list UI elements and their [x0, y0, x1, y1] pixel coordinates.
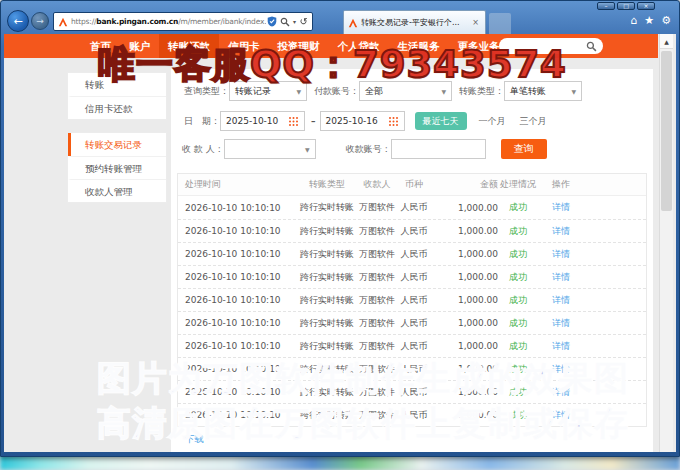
cell-detail-link[interactable]: 详情: [538, 340, 584, 353]
sidebar-item-credit-repay[interactable]: 信用卡还款: [68, 96, 166, 119]
table-header-row: 处理时间 转账类型 收款人 币种 金额 处理情况 操作: [178, 174, 646, 196]
filter-row-3: 收 款 人： ▼ 收款账号： 查询: [177, 139, 647, 159]
cell-status: 成功: [498, 271, 538, 284]
cell-status: 成功: [498, 340, 538, 353]
table-row[interactable]: 2026-10-10 10:10:10 跨行实时转账 万图软件 人民币 1,00…: [178, 288, 646, 311]
site-search-icon[interactable]: [586, 41, 597, 52]
favorites-star-icon[interactable]: ★: [644, 13, 654, 29]
date-to-input[interactable]: 2025-10-16: [320, 111, 405, 131]
range-last-7-days-button[interactable]: 最近七天: [415, 112, 467, 130]
sidebar-item-payee-management[interactable]: 收款人管理: [68, 179, 166, 202]
forward-button[interactable]: →: [31, 12, 49, 30]
date-label: 日 期：: [184, 115, 220, 128]
sidebar: 转账 信用卡还款 转账交易记录 预约转账管理 收款人管理: [67, 72, 167, 215]
cell-detail-link[interactable]: 详情: [538, 294, 584, 307]
window-controls: – □ ×: [597, 2, 655, 10]
cell-detail-link[interactable]: 详情: [538, 248, 584, 261]
scrollbar-up-arrow-icon[interactable]: ▲: [660, 34, 673, 49]
pingan-favicon-icon: [58, 17, 68, 27]
new-tab-button[interactable]: [489, 13, 511, 34]
col-header-amount: 金额: [432, 178, 498, 191]
table-row[interactable]: 2026-10-10 10:10:10 跨行实时转账 万图软件 人民币 1,00…: [178, 311, 646, 334]
url-text: https://bank.pingan.com.cn/m/member/iban…: [71, 17, 266, 26]
sidebar-item-scheduled-transfer[interactable]: 预约转账管理: [68, 156, 166, 179]
range-three-months-link[interactable]: 三个月: [520, 115, 547, 128]
cell-status: 成功: [498, 201, 538, 214]
cell-currency: 人民币: [396, 248, 432, 261]
cell-payee: 万图软件: [358, 201, 396, 214]
col-header-transfer-type: 转账类型: [296, 178, 358, 191]
cell-process-time: 2026-10-10 10:10:10: [178, 226, 296, 236]
cell-currency: 人民币: [396, 225, 432, 238]
payee-account-input[interactable]: [391, 139, 486, 159]
cell-transfer-type: 跨行实时转账: [296, 248, 358, 261]
cell-detail-link[interactable]: 详情: [538, 317, 584, 330]
cell-process-time: 2026-10-10 10:10:10: [178, 318, 296, 328]
chevron-down-icon: ▼: [305, 146, 310, 153]
address-search-icon[interactable]: [279, 15, 292, 28]
maximize-button[interactable]: □: [617, 2, 635, 10]
tab-favicon-icon: [348, 18, 358, 28]
query-button[interactable]: 查询: [501, 139, 547, 159]
calendar-icon[interactable]: [288, 116, 299, 127]
cell-amount: 1,000.00: [432, 272, 498, 282]
cell-process-time: 2026-10-10 10:10:10: [178, 203, 296, 213]
col-header-payee: 收款人: [358, 178, 396, 191]
cell-amount: 1,000.00: [432, 203, 498, 213]
minimize-button[interactable]: –: [597, 2, 615, 10]
address-bar[interactable]: https://bank.pingan.com.cn/m/member/iban…: [53, 12, 313, 31]
cell-status: 成功: [498, 294, 538, 307]
table-row[interactable]: 2026-10-10 10:10:10 跨行实时转账 万图软件 人民币 1,00…: [178, 196, 646, 219]
cell-transfer-type: 跨行实时转账: [296, 294, 358, 307]
range-one-month-link[interactable]: 一个月: [479, 115, 506, 128]
calendar-icon[interactable]: [388, 116, 399, 127]
home-icon[interactable]: ⌂: [630, 13, 637, 29]
col-header-currency: 币种: [396, 178, 432, 191]
cell-detail-link[interactable]: 详情: [538, 201, 584, 214]
date-range-separator: –: [311, 116, 316, 126]
watermark-qq-text: 唯一客服QQ：79343574: [98, 40, 567, 90]
date-from-input[interactable]: 2025-10-10: [220, 111, 305, 131]
browser-action-icons: ⌂ ★ ⚙: [630, 13, 671, 29]
watermark-bottom-line2: 高清原图在万图软件上复制或保存: [97, 401, 630, 447]
cell-amount: 1,000.00: [432, 318, 498, 328]
cell-currency: 人民币: [396, 201, 432, 214]
search-dropdown-caret-icon[interactable]: ▾: [293, 18, 296, 25]
cell-transfer-type: 跨行实时转账: [296, 271, 358, 284]
scrollbar-thumb[interactable]: [661, 51, 672, 211]
back-button[interactable]: ←: [7, 10, 29, 32]
col-header-action: 操作: [538, 178, 584, 191]
cell-payee: 万图软件: [358, 271, 396, 284]
page-scrollbar[interactable]: ▲: [659, 34, 673, 452]
payee-select[interactable]: ▼: [224, 139, 316, 159]
table-row[interactable]: 2026-10-10 10:10:10 跨行实时转账 万图软件 人民币 1,00…: [178, 334, 646, 357]
refresh-icon[interactable]: ↻: [297, 15, 310, 28]
browser-tab[interactable]: 转账交易记录-平安银行个... ×: [343, 10, 486, 34]
cell-transfer-type: 跨行实时转账: [296, 225, 358, 238]
window-close-button[interactable]: ×: [637, 2, 655, 10]
sidebar-item-transfer-records[interactable]: 转账交易记录: [68, 133, 166, 156]
cell-process-time: 2026-10-10 10:10:10: [178, 341, 296, 351]
cell-payee: 万图软件: [358, 225, 396, 238]
security-shield-icon[interactable]: [266, 15, 279, 28]
table-row[interactable]: 2026-10-10 10:10:10 跨行实时转账 万图软件 人民币 1,00…: [178, 219, 646, 242]
cell-payee: 万图软件: [358, 317, 396, 330]
cell-process-time: 2026-10-10 10:10:10: [178, 272, 296, 282]
cell-amount: 1,000.00: [432, 295, 498, 305]
cell-currency: 人民币: [396, 271, 432, 284]
payee-label: 收 款 人：: [182, 143, 224, 156]
tab-close-icon[interactable]: ×: [470, 18, 481, 27]
table-row[interactable]: 2026-10-10 10:10:10 跨行实时转账 万图软件 人民币 1,00…: [178, 265, 646, 288]
watermark-bottom-line1: 图片为万图软件制作生成的效果图: [97, 356, 630, 402]
filter-row-2: 日 期： 2025-10-10 – 2025-10-16 最近七天 一个月 三个…: [177, 111, 647, 131]
cell-transfer-type: 跨行实时转账: [296, 317, 358, 330]
cell-detail-link[interactable]: 详情: [538, 225, 584, 238]
cell-payee: 万图软件: [358, 294, 396, 307]
window-titlebar[interactable]: – □ ×: [1, 1, 679, 10]
cell-payee: 万图软件: [358, 248, 396, 261]
table-row[interactable]: 2026-10-10 10:10:10 跨行实时转账 万图软件 人民币 1,00…: [178, 242, 646, 265]
settings-gear-icon[interactable]: ⚙: [661, 13, 671, 29]
cell-amount: 1,000.00: [432, 341, 498, 351]
cell-detail-link[interactable]: 详情: [538, 271, 584, 284]
cell-payee: 万图软件: [358, 340, 396, 353]
